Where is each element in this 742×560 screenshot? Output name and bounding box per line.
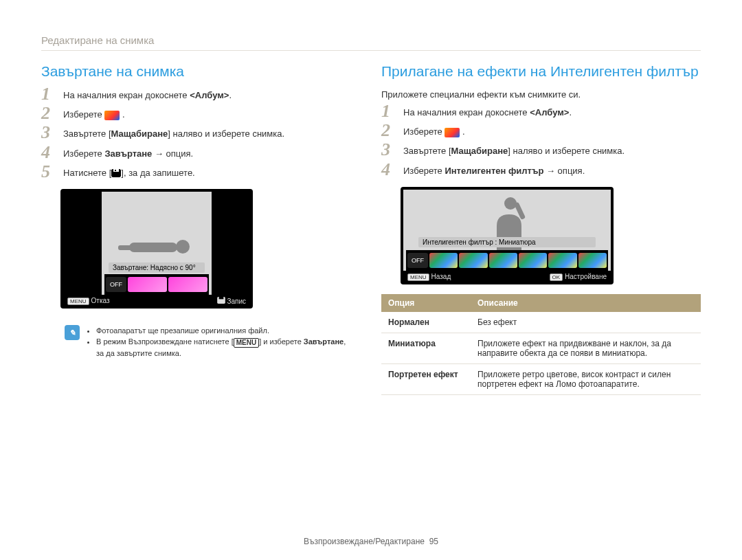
right-column: Прилагане на ефекти на Интелигентен филт…	[381, 63, 701, 395]
info-note: ✎ Фотоапаратът ще презапише оригиналния …	[60, 318, 361, 366]
svg-rect-4	[129, 243, 177, 252]
step: Натиснете [], за да запишете.	[41, 167, 361, 179]
step: Изберете .	[381, 126, 701, 138]
breadcrumb: Редактиране на снимка	[41, 34, 701, 51]
option-desc: Без ефект	[471, 312, 701, 333]
screenshot-body: Интелигентен филтър : Миниатюра OFF	[403, 190, 611, 271]
save-icon	[111, 169, 121, 177]
table-row: НормаленБез ефект	[381, 312, 701, 333]
screenshot-smartfilter: Интелигентен филтър : Миниатюра OFF MENU…	[401, 187, 614, 284]
steps-smartfilter: На началния екран докоснете <Албум>. Изб…	[381, 107, 701, 177]
cancel-label: Отказ	[91, 297, 110, 304]
svg-rect-7	[218, 297, 223, 299]
note-list: Фотоапаратът ще презапише оригиналния фа…	[87, 325, 351, 359]
overlay-label: Завъртане: Надясно с 90°	[109, 262, 205, 273]
step: Изберете Завъртане → опция.	[41, 148, 361, 160]
option-name: Портретен ефект	[381, 363, 471, 394]
screenshot-footer: MENUНазад OKНастройване	[403, 271, 611, 282]
set-label: Настройване	[565, 273, 607, 280]
save-label: Запис	[227, 298, 246, 305]
section-title-smartfilter: Прилагане на ефекти на Интелигентен филт…	[381, 63, 701, 80]
back-label: Назад	[431, 273, 451, 280]
svg-point-8	[504, 197, 517, 210]
screenshot-body: Завъртане: Надясно с 90° OFF	[63, 192, 250, 295]
step: Завъртете [Мащабиране] наляво и изберете…	[381, 145, 701, 157]
option-thumb	[519, 253, 547, 268]
screenshot-footer: MENUОтказ Запис	[63, 295, 250, 306]
edit-photo-icon	[445, 128, 460, 137]
option-thumb	[578, 253, 607, 268]
table-header-desc: Описание	[471, 294, 701, 312]
option-thumb	[548, 253, 576, 268]
page-number: 95	[429, 537, 438, 546]
thumbnail-strip: OFF	[406, 250, 608, 271]
note-item: В режим Възпроизвеждане натиснете [MENU]…	[96, 336, 351, 359]
menu-key-icon: MENU	[407, 273, 429, 281]
option-off-icon: OFF	[407, 253, 428, 268]
left-column: Завъртане на снимка На началния екран до…	[41, 63, 361, 395]
menu-key-icon: MENU	[234, 338, 259, 348]
svg-rect-5	[118, 245, 133, 250]
note-item: Фотоапаратът ще презапише оригиналния фа…	[96, 325, 351, 337]
option-thumb	[168, 277, 207, 292]
step: Изберете .	[41, 109, 361, 121]
save-icon	[217, 297, 225, 304]
table-row: Портретен ефектПриложете ретро цветове, …	[381, 363, 701, 394]
options-table: Опция Описание НормаленБез ефект Миниатю…	[381, 294, 701, 395]
page-footer: Възпроизвеждане/Редактиране 95	[0, 537, 742, 546]
option-desc: Приложете ретро цветове, висок контраст …	[471, 363, 701, 394]
step: Завъртете [Мащабиране] наляво и изберете…	[41, 128, 361, 140]
section-title-rotate: Завъртане на снимка	[41, 63, 361, 80]
option-name: Миниатюра	[381, 333, 471, 363]
two-columns: Завъртане на снимка На началния екран до…	[41, 63, 701, 395]
option-thumb	[429, 253, 458, 268]
option-thumb	[489, 253, 517, 268]
screenshot-rotate: Завъртане: Надясно с 90° OFF MENUОтказ З…	[60, 189, 253, 309]
option-thumb	[128, 277, 167, 292]
step: На началния екран докоснете <Албум>.	[41, 89, 361, 102]
ok-key-icon: OK	[550, 273, 563, 281]
manual-page: Редактиране на снимка Завъртане на снимк…	[0, 0, 742, 560]
steps-rotate: На началния екран докоснете <Албум>. Изб…	[41, 89, 361, 179]
footer-section: Възпроизвеждане/Редактиране	[304, 537, 425, 546]
table-row: МиниатюраПриложете ефект на придвижване …	[381, 333, 701, 363]
option-name: Нормален	[381, 312, 471, 333]
option-thumb	[459, 253, 487, 268]
table-header-option: Опция	[381, 294, 471, 312]
section-intro: Приложете специални ефекти към снимките …	[381, 89, 701, 100]
overlay-label: Интелигентен филтър : Миниатюра	[418, 237, 596, 247]
svg-rect-2	[115, 170, 116, 171]
edit-photo-icon	[104, 111, 120, 120]
option-off-icon: OFF	[106, 277, 126, 292]
svg-point-3	[176, 240, 190, 254]
thumbnail-strip: OFF	[104, 274, 209, 295]
menu-key-icon: MENU	[67, 298, 89, 305]
option-desc: Приложете ефект на придвижване и наклон,…	[471, 333, 701, 363]
person-icon	[115, 233, 198, 260]
info-icon: ✎	[65, 325, 80, 340]
step: Изберете Интелигентен филтър → опция.	[381, 165, 701, 177]
step: На началния екран докоснете <Албум>.	[381, 107, 701, 119]
